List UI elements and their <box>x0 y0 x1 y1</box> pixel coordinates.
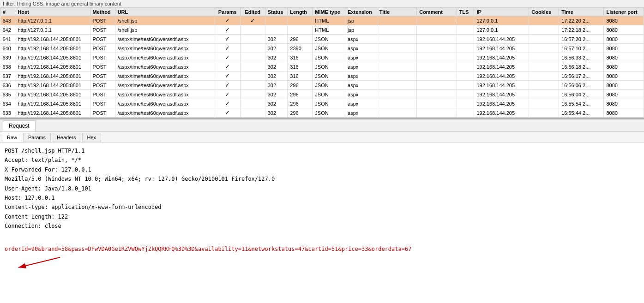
table-cell: POST <box>90 25 115 35</box>
table-cell: 8080 <box>604 108 644 118</box>
table-header-row: # Host Method URL Params Edited Status L… <box>0 8 644 16</box>
table-cell: 16:56:18 2... <box>559 62 604 71</box>
table-cell: 8080 <box>604 16 644 25</box>
col-header-cookies[interactable]: Cookies <box>529 8 559 16</box>
table-row[interactable]: 641http://192.168.144.205:8801POST/aspx/… <box>0 35 644 44</box>
table-cell: 16:56:06 2... <box>559 81 604 90</box>
col-header-ext[interactable]: Extension <box>345 8 377 16</box>
table-cell: /shell.jsp <box>115 16 215 25</box>
table-cell: 8080 <box>604 53 644 62</box>
col-header-edited[interactable]: Edited <box>240 8 265 16</box>
table-cell: JSON <box>313 81 345 90</box>
table-cell: HTML <box>313 16 345 25</box>
table-cell: 633 <box>0 108 15 118</box>
table-cell <box>417 99 457 108</box>
col-header-ip[interactable]: IP <box>474 8 529 16</box>
table-cell: http://192.168.144.205:8801 <box>15 62 90 71</box>
table-cell: ✓ <box>215 81 240 90</box>
tab-request[interactable]: Request <box>3 120 36 131</box>
col-header-length[interactable]: Length <box>288 8 313 16</box>
table-cell: 316 <box>288 53 313 62</box>
table-cell <box>417 108 457 118</box>
table-cell <box>457 99 474 108</box>
table-row[interactable]: 633http://192.168.144.205:8801POST/aspx/… <box>0 108 644 118</box>
table-cell <box>377 81 416 90</box>
table-cell: 643 <box>0 16 15 25</box>
table-cell <box>529 99 559 108</box>
table-cell <box>240 90 265 99</box>
table-cell <box>417 90 457 99</box>
table-cell <box>377 90 416 99</box>
col-header-title[interactable]: Title <box>377 8 416 16</box>
table-cell: JSON <box>313 35 345 44</box>
col-header-tls[interactable]: TLS <box>457 8 474 16</box>
table-cell <box>265 25 288 35</box>
table-cell: 16:56:17 2... <box>559 71 604 81</box>
table-cell: http://192.168.144.205:8801 <box>15 35 90 44</box>
table-cell <box>457 108 474 118</box>
table-row[interactable]: 636http://192.168.144.205:8801POST/aspx/… <box>0 81 644 90</box>
table-cell <box>265 16 288 25</box>
table-cell: /shell.jsp <box>115 25 215 35</box>
col-header-comment[interactable]: Comment <box>417 8 457 16</box>
filter-bar: Filter: Hiding CSS, image and general bi… <box>0 0 644 8</box>
inner-tab-raw[interactable]: Raw <box>2 133 22 142</box>
col-header-url[interactable]: URL <box>115 8 215 16</box>
filter-text: Filter: Hiding CSS, image and general bi… <box>3 1 121 6</box>
arrow-icon <box>9 254 65 272</box>
table-cell: 296 <box>288 99 313 108</box>
table-cell: 296 <box>288 90 313 99</box>
inner-tab-params[interactable]: Params <box>23 133 51 142</box>
table-row[interactable]: 635http://192.168.144.205:8801POST/aspx/… <box>0 90 644 99</box>
table-row[interactable]: 640http://192.168.144.205:8801POST/aspx/… <box>0 44 644 53</box>
col-header-params[interactable]: Params <box>215 8 240 16</box>
request-line: X-Forwarded-For: 127.0.0.1 <box>5 165 639 174</box>
table-cell <box>529 53 559 62</box>
col-header-host[interactable]: Host <box>15 8 90 16</box>
inner-tab-headers[interactable]: Headers <box>52 133 81 142</box>
table-row[interactable]: 637http://192.168.144.205:8801POST/aspx/… <box>0 71 644 81</box>
table-cell: 634 <box>0 99 15 108</box>
table-cell: JSON <box>313 44 345 53</box>
col-header-status[interactable]: Status <box>265 8 288 16</box>
table-cell: 192.168.144.205 <box>474 99 529 108</box>
table-cell <box>377 16 416 25</box>
table-row[interactable]: 634http://192.168.144.205:8801POST/aspx/… <box>0 99 644 108</box>
table-cell: 8080 <box>604 90 644 99</box>
table-cell: /aspx/time/test60qwerasdf.aspx <box>115 62 215 71</box>
table-cell: http://192.168.144.205:8801 <box>15 90 90 99</box>
table-row[interactable]: 643http://127.0.0.1POST/shell.jsp✓✓HTMLj… <box>0 16 644 25</box>
table-cell <box>457 62 474 71</box>
table-cell: POST <box>90 44 115 53</box>
table-cell: /aspx/time/test60qwerasdf.aspx <box>115 71 215 81</box>
table-row[interactable]: 638http://192.168.144.205:8801POST/aspx/… <box>0 62 644 71</box>
table-cell: ✓ <box>215 44 240 53</box>
table-cell: 641 <box>0 35 15 44</box>
table-cell <box>377 44 416 53</box>
table-row[interactable]: 642http://127.0.0.1POST/shell.jsp✓HTMLjs… <box>0 25 644 35</box>
col-header-method[interactable]: Method <box>90 8 115 16</box>
inner-tab-hex[interactable]: Hex <box>82 133 102 142</box>
table-cell <box>377 35 416 44</box>
table-cell <box>417 44 457 53</box>
table-cell: /aspx/time/test60qwerasdf.aspx <box>115 99 215 108</box>
table-cell: ✓ <box>215 90 240 99</box>
table-cell: POST <box>90 81 115 90</box>
col-header-listener[interactable]: Listener port <box>604 8 644 16</box>
table-cell <box>377 108 416 118</box>
request-line: POST /shell.jsp HTTP/1.1 <box>5 146 639 155</box>
table-cell: 635 <box>0 90 15 99</box>
table-cell: 192.168.144.205 <box>474 71 529 81</box>
table-cell: POST <box>90 62 115 71</box>
table-cell: aspx <box>345 35 377 44</box>
col-header-hash[interactable]: # <box>0 8 15 16</box>
table-cell: 637 <box>0 71 15 81</box>
table-cell: 296 <box>288 108 313 118</box>
table-cell: ✓ <box>240 16 265 25</box>
table-cell <box>288 16 313 25</box>
table-row[interactable]: 639http://192.168.144.205:8801POST/aspx/… <box>0 53 644 62</box>
col-header-time[interactable]: Time <box>559 8 604 16</box>
table-cell <box>240 99 265 108</box>
table-cell <box>529 71 559 81</box>
col-header-mime[interactable]: MIME type <box>313 8 345 16</box>
